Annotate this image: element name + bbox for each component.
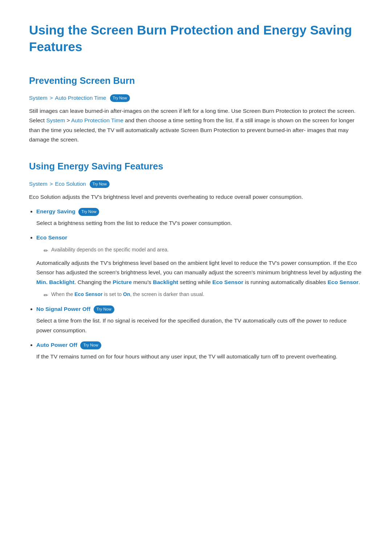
section1-try-now-badge[interactable]: Try Now: [110, 94, 130, 102]
section2-bullet-list: Energy Saving Try Now Select a brightnes…: [36, 207, 363, 361]
eco-sensor-note1: ✏ Availability depends on the specific m…: [44, 246, 363, 255]
energy-saving-title: Energy Saving: [36, 208, 75, 214]
section2-nav-chevron: >: [50, 180, 53, 188]
section1-nav-menu: Auto Protection Time: [55, 94, 106, 102]
section2-intro: Eco Solution adjusts the TV's brightness…: [29, 192, 363, 202]
section1-nav-path: System > Auto Protection Time Try Now: [29, 94, 363, 102]
section1-nav-system: System: [29, 94, 48, 102]
eco-sensor-body: Automatically adjusts the TV's brightnes…: [36, 258, 363, 287]
eco-sensor-link: Eco Sensor: [212, 279, 243, 285]
no-signal-power-off-badge[interactable]: Try Now: [94, 305, 114, 313]
eco-sensor-note1-text: Availability depends on the specific mod…: [51, 246, 169, 254]
section2-try-now-badge[interactable]: Try Now: [90, 180, 110, 188]
eco-sensor-note2-text: When the Eco Sensor is set to On, the sc…: [51, 291, 204, 298]
energy-saving-body: Select a brightness setting from the lis…: [36, 218, 363, 228]
eco-sensor-link2: Eco Sensor: [327, 279, 358, 285]
pencil-icon2: ✏: [44, 291, 48, 299]
pencil-icon: ✏: [44, 246, 48, 255]
no-signal-power-off-body: Select a time from the list. If no signa…: [36, 316, 363, 335]
list-item-energy-saving: Energy Saving Try Now Select a brightnes…: [36, 207, 363, 228]
list-item-eco-sensor: Eco Sensor ✏ Availability depends on the…: [36, 233, 363, 299]
energy-saving-badge[interactable]: Try Now: [78, 208, 99, 216]
section2-nav-system: System: [29, 180, 48, 188]
section2-heading: Using Energy Saving Features: [29, 159, 363, 174]
section1-nav-chevron: >: [50, 94, 53, 102]
no-signal-power-off-title: No Signal Power Off: [36, 306, 90, 312]
min-backlight-link: Min. Backlight: [36, 279, 74, 285]
auto-power-off-title: Auto Power Off: [36, 342, 77, 348]
section2-nav-menu: Eco Solution: [55, 180, 86, 188]
auto-power-off-body: If the TV remains turned on for four hou…: [36, 352, 363, 361]
page-title: Using the Screen Burn Protection and Ene…: [29, 22, 363, 55]
section1-link-auto-protection: Auto Protection Time: [71, 117, 123, 123]
eco-sensor-title: Eco Sensor: [36, 234, 67, 241]
section-energy-saving-features: Using Energy Saving Features System > Ec…: [29, 159, 363, 361]
list-item-no-signal-power-off: No Signal Power Off Try Now Select a tim…: [36, 304, 363, 335]
section1-link-system: System: [46, 117, 65, 123]
section1-heading: Preventing Screen Burn: [29, 73, 363, 88]
list-item-auto-power-off: Auto Power Off Try Now If the TV remains…: [36, 340, 363, 361]
section-preventing-screen-burn: Preventing Screen Burn System > Auto Pro…: [29, 73, 363, 145]
section2-nav-path: System > Eco Solution Try Now: [29, 180, 363, 188]
backlight-link: Backlight: [153, 279, 178, 285]
picture-link: Picture: [113, 279, 132, 285]
section1-body: Still images can leave burned-in after-i…: [29, 106, 363, 145]
eco-sensor-note2: ✏ When the Eco Sensor is set to On, the …: [44, 291, 363, 299]
auto-power-off-badge[interactable]: Try Now: [80, 341, 101, 349]
